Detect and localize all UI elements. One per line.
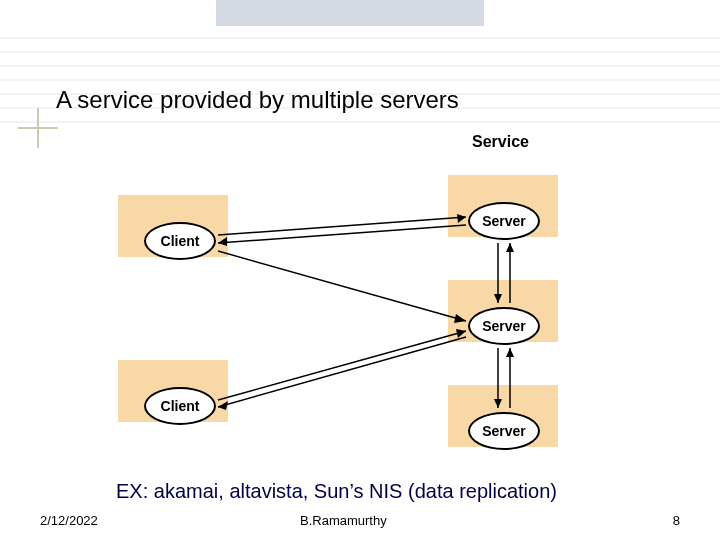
client-node-2: Client	[144, 387, 216, 425]
architecture-diagram: Service Client Client Server Server Serv…	[100, 135, 600, 475]
svg-line-10	[218, 217, 466, 235]
svg-line-14	[218, 251, 466, 321]
svg-line-16	[218, 331, 466, 400]
server-node-3: Server	[468, 412, 540, 450]
svg-line-18	[218, 337, 466, 407]
server-node-3-label: Server	[482, 423, 526, 439]
server-node-1-label: Server	[482, 213, 526, 229]
corner-tick-icon	[18, 108, 78, 168]
footer-date: 2/12/2022	[40, 513, 98, 528]
svg-marker-23	[506, 243, 514, 252]
client-node-1-label: Client	[161, 233, 200, 249]
service-label: Service	[472, 133, 529, 151]
client-node-2-label: Client	[161, 398, 200, 414]
svg-line-12	[218, 225, 466, 243]
server-node-2-label: Server	[482, 318, 526, 334]
example-caption: EX: akamai, altavista, Sun’s NIS (data r…	[116, 480, 557, 503]
client-node-1: Client	[144, 222, 216, 260]
server-node-2: Server	[468, 307, 540, 345]
footer-author: B.Ramamurthy	[300, 513, 387, 528]
server-node-1: Server	[468, 202, 540, 240]
footer-page-number: 8	[673, 513, 680, 528]
svg-marker-27	[506, 348, 514, 357]
slide-title: A service provided by multiple servers	[56, 86, 459, 114]
